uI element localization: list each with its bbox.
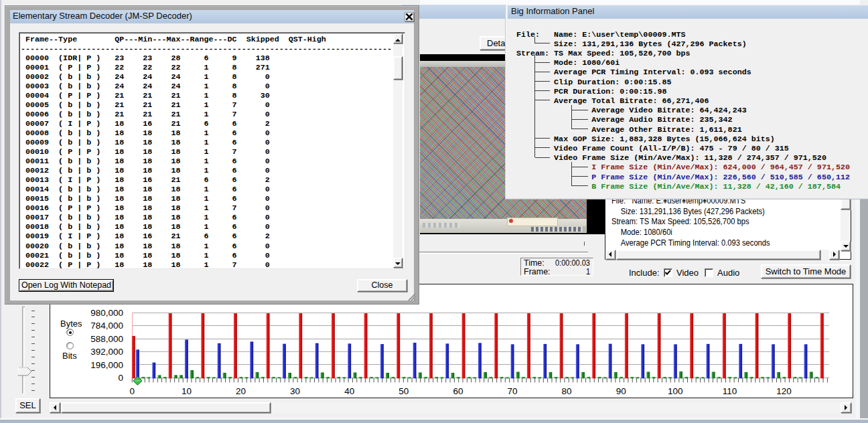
svg-text:10: 10: [182, 386, 192, 396]
svg-text:50: 50: [399, 386, 409, 396]
svg-text:40: 40: [344, 386, 354, 396]
svg-text:980,000: 980,000: [90, 308, 123, 318]
svg-text:100: 100: [668, 386, 683, 396]
svg-text:20: 20: [236, 386, 246, 396]
svg-text:80: 80: [562, 386, 572, 396]
svg-text:0: 0: [118, 373, 123, 383]
svg-text:60: 60: [453, 386, 463, 396]
svg-text:784,000: 784,000: [90, 321, 123, 331]
svg-text:30: 30: [290, 386, 300, 396]
svg-text:110: 110: [723, 386, 737, 396]
svg-text:392,000: 392,000: [90, 347, 123, 357]
svg-text:70: 70: [507, 386, 517, 396]
svg-text:120: 120: [776, 386, 792, 396]
svg-text:196,000: 196,000: [90, 360, 123, 370]
svg-text:0: 0: [130, 386, 135, 396]
svg-text:90: 90: [616, 386, 626, 396]
svg-text:588,000: 588,000: [90, 334, 123, 344]
